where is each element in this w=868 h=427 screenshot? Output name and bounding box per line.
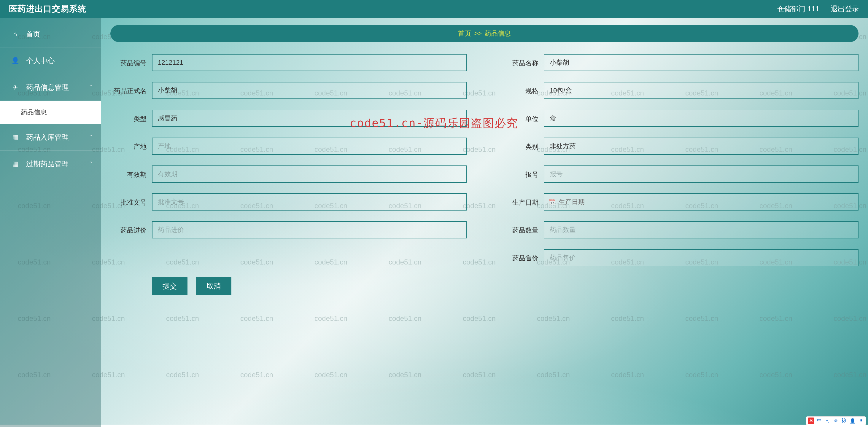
form-row-qty: 药品数量 — [502, 221, 859, 238]
ime-item[interactable]: 🖼 — [841, 418, 847, 424]
input-origin[interactable] — [152, 138, 467, 155]
input-qty[interactable] — [544, 221, 859, 238]
chevron-down-icon: ˅ — [90, 134, 93, 140]
sidebar-item-label: 药品信息管理 — [26, 83, 69, 92]
label-spec: 规格 — [502, 82, 544, 96]
input-proddate[interactable] — [545, 194, 858, 210]
topbar: 医药进出口交易系统 仓储部门 111 退出登录 — [0, 0, 868, 18]
input-expiry[interactable] — [152, 165, 467, 183]
form-row-cat: 类别 — [502, 138, 859, 155]
form-row-origin: 产地 — [111, 138, 467, 155]
input-code[interactable] — [152, 54, 467, 71]
form-row-inprice: 药品进价 — [111, 221, 467, 238]
form-row-name: 药品名称 — [502, 54, 859, 71]
label-type: 类型 — [111, 110, 152, 124]
form-row-expiry: 有效期 — [111, 165, 467, 183]
form-row-unit: 单位 — [502, 110, 859, 127]
submit-button[interactable]: 提交 — [152, 277, 187, 295]
grid-icon: ▦ — [10, 160, 20, 168]
cancel-button[interactable]: 取消 — [196, 277, 231, 295]
input-inprice[interactable] — [152, 221, 467, 238]
ime-toolbar[interactable]: S中•,☺🖼👤⠿ — [806, 416, 866, 425]
input-outprice[interactable] — [544, 249, 859, 266]
ime-item[interactable]: •, — [825, 418, 831, 424]
form-row-report: 报号 — [502, 165, 859, 183]
label-unit: 单位 — [502, 110, 544, 124]
input-cat[interactable] — [544, 138, 859, 155]
current-user[interactable]: 仓储部门 111 — [777, 4, 819, 14]
input-approval[interactable] — [152, 193, 467, 210]
chevron-down-icon: ˅ — [90, 84, 93, 91]
form-row-spec: 规格 — [502, 82, 859, 99]
date-wrap-proddate[interactable] — [544, 193, 859, 210]
ime-item[interactable]: ⠿ — [858, 418, 864, 424]
form-row-type: 类型 — [111, 110, 467, 127]
chevron-down-icon: ˅ — [90, 161, 93, 167]
label-inprice: 药品进价 — [111, 221, 152, 235]
label-outprice: 药品售价 — [502, 249, 544, 263]
sidebar-item-个人中心[interactable]: 👤个人中心 — [0, 47, 101, 74]
form-row-outprice: 药品售价 — [502, 249, 859, 266]
label-origin: 产地 — [111, 138, 152, 152]
breadcrumb: 首页 >> 药品信息 — [111, 25, 859, 42]
sidebar-item-药品信息管理[interactable]: ✈药品信息管理˅ — [0, 74, 101, 101]
home-icon: ⌂ — [10, 30, 20, 38]
main-content: 首页 >> 药品信息 药品编号药品正式名类型产地有效期批准文号药品进价药品名称规… — [101, 18, 868, 427]
ime-item[interactable]: 中 — [816, 418, 823, 424]
label-cat: 类别 — [502, 138, 544, 152]
sidebar-item-过期药品管理[interactable]: ▦过期药品管理˅ — [0, 151, 101, 177]
sidebar-item-label: 个人中心 — [26, 56, 55, 66]
sidebar: ⌂首页👤个人中心✈药品信息管理˅药品信息▦药品入库管理˅▦过期药品管理˅ — [0, 18, 101, 427]
ime-item[interactable]: ☺ — [833, 418, 839, 424]
sidebar-subitem-药品信息[interactable]: 药品信息 — [0, 101, 101, 124]
ime-item[interactable]: 👤 — [849, 418, 856, 424]
grid-icon: ▦ — [10, 133, 20, 141]
label-proddate: 生产日期 — [502, 193, 544, 207]
label-qty: 药品数量 — [502, 221, 544, 235]
breadcrumb-sep: >> — [474, 30, 482, 37]
label-report: 报号 — [502, 165, 544, 179]
form-row-code: 药品编号 — [111, 54, 467, 71]
sidebar-item-首页[interactable]: ⌂首页 — [0, 21, 101, 47]
sidebar-item-药品入库管理[interactable]: ▦药品入库管理˅ — [0, 124, 101, 151]
form-row-approval: 批准文号 — [111, 193, 467, 210]
user-icon: 👤 — [10, 57, 20, 65]
ime-logo-icon[interactable]: S — [808, 418, 814, 424]
input-name[interactable] — [544, 54, 859, 71]
app-title: 医药进出口交易系统 — [9, 3, 86, 14]
input-type[interactable] — [152, 110, 467, 127]
input-fullname[interactable] — [152, 82, 467, 99]
sidebar-item-label: 首页 — [26, 29, 40, 39]
label-expiry: 有效期 — [111, 165, 152, 179]
logout-link[interactable]: 退出登录 — [831, 4, 859, 14]
sidebar-item-label: 过期药品管理 — [26, 159, 69, 169]
input-unit[interactable] — [544, 110, 859, 127]
send-icon: ✈ — [10, 84, 20, 91]
breadcrumb-home[interactable]: 首页 — [458, 29, 471, 38]
input-spec[interactable] — [544, 82, 859, 99]
label-approval: 批准文号 — [111, 193, 152, 207]
breadcrumb-current: 药品信息 — [485, 29, 511, 38]
input-report[interactable] — [544, 165, 859, 183]
form-row-fullname: 药品正式名 — [111, 82, 467, 99]
label-fullname: 药品正式名 — [111, 82, 152, 96]
sidebar-item-label: 药品入库管理 — [26, 133, 69, 142]
form-row-proddate: 生产日期 — [502, 193, 859, 210]
label-name: 药品名称 — [502, 54, 544, 68]
label-code: 药品编号 — [111, 54, 152, 68]
